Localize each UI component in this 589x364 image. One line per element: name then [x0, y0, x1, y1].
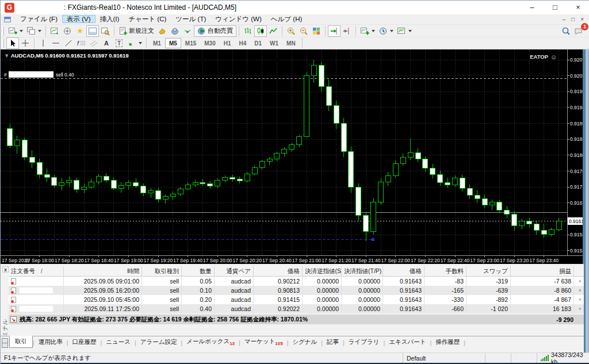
- chart-area[interactable]: 0.920750.920300.919850.919400.918950.918…: [1, 49, 584, 264]
- new-chart-button[interactable]: [6, 25, 25, 37]
- periods-button[interactable]: [377, 25, 395, 37]
- tab-4[interactable]: ニュース: [102, 337, 135, 348]
- minimize-button[interactable]: –: [521, 1, 544, 14]
- trendline-tool-button[interactable]: [62, 37, 75, 49]
- tab-5[interactable]: アラーム設定: [136, 337, 181, 348]
- menu-item-6[interactable]: ヘルプ (H): [266, 15, 307, 23]
- cursor-tool-button[interactable]: [6, 37, 19, 49]
- timeframe-M15[interactable]: M15: [181, 38, 200, 48]
- table-row[interactable]: 2025.09.05 09:01:00sell0.05audcad0.90212…: [9, 277, 584, 286]
- column-header-label: 決済指値(T/P): [344, 267, 381, 275]
- autoscroll-button[interactable]: [328, 25, 341, 37]
- zoom-in-button[interactable]: [285, 25, 297, 37]
- timeframe-M30[interactable]: M30: [200, 38, 219, 48]
- close-button[interactable]: ×: [567, 1, 589, 14]
- search-button[interactable]: [560, 25, 572, 37]
- menu-item-2[interactable]: 挿入(I): [95, 15, 124, 23]
- tab-7[interactable]: マーケット105: [240, 336, 287, 348]
- terminal-toggle-button[interactable]: [86, 25, 99, 37]
- tab-12[interactable]: 操作履歴: [431, 337, 464, 348]
- table-row[interactable]: 2025.09.11 17:25:00sell0.40audcad0.92022…: [9, 304, 584, 313]
- arrows-tool-button[interactable]: [125, 37, 144, 49]
- profiles-button[interactable]: [25, 25, 43, 37]
- timeframe-H1[interactable]: H1: [220, 38, 235, 48]
- maximize-button[interactable]: □: [544, 1, 567, 14]
- menu-item-0[interactable]: ファイル (F): [16, 15, 62, 23]
- timeframe-M5[interactable]: M5: [165, 38, 181, 48]
- cell-type: sell: [142, 277, 182, 286]
- tab-10[interactable]: ライブラリ: [345, 337, 384, 348]
- tab-2[interactable]: 運用比率: [35, 337, 67, 348]
- timeframe-M1[interactable]: M1: [149, 38, 165, 48]
- close-order-button[interactable]: ×: [579, 278, 582, 284]
- horizontal-line-tool-button[interactable]: [49, 37, 62, 49]
- timeframe-H4[interactable]: H4: [235, 38, 251, 48]
- chart-shift-button[interactable]: [341, 25, 353, 37]
- column-header[interactable]: 時間: [64, 266, 142, 276]
- column-header[interactable]: 数量: [182, 266, 215, 276]
- menu-item-3[interactable]: チャート (C): [124, 15, 171, 23]
- vertical-line-tool-button[interactable]: [37, 37, 49, 49]
- terminal-close-button[interactable]: x: [2, 266, 9, 273]
- line-chart-button[interactable]: [267, 25, 280, 37]
- mql5-community-button[interactable]: [169, 25, 181, 37]
- timeframe-D1[interactable]: D1: [250, 38, 266, 48]
- column-header[interactable]: 注文番号/: [9, 266, 64, 276]
- column-header[interactable]: 取引種別: [142, 266, 182, 276]
- child-restore-button[interactable]: □: [571, 16, 575, 22]
- market-watch-button[interactable]: [48, 25, 61, 37]
- close-order-button[interactable]: ×: [579, 297, 582, 302]
- favorites-button[interactable]: ★: [74, 25, 86, 37]
- tab-3[interactable]: 口座履歴: [68, 337, 100, 348]
- tile-windows-button[interactable]: [310, 25, 323, 37]
- new-order-button[interactable]: 新規注文: [117, 25, 156, 37]
- menu-item-5[interactable]: ウィンドウ (W): [211, 15, 266, 23]
- bar-chart-button[interactable]: [242, 25, 254, 37]
- menu-item-1[interactable]: 表示 (V): [62, 15, 95, 23]
- signals-button[interactable]: [181, 25, 194, 37]
- column-header[interactable]: 通貨ペア: [215, 266, 254, 276]
- strategy-tester-button[interactable]: [99, 25, 112, 37]
- text-tool-button[interactable]: A: [100, 37, 113, 49]
- indicators-button[interactable]: [358, 25, 377, 37]
- column-header[interactable]: 価格: [254, 266, 303, 276]
- table-row[interactable]: 2025.09.10 05:45:00sell0.20audcad0.91415…: [9, 295, 584, 304]
- column-header[interactable]: 決済指値(T/P): [342, 266, 383, 276]
- channel-tool-button[interactable]: [87, 37, 100, 49]
- tab-8[interactable]: シグナル: [288, 337, 321, 348]
- autotrading-button[interactable]: 自動売買: [194, 25, 236, 37]
- menu-item-4[interactable]: ツール (T): [171, 15, 211, 23]
- text-label-tool-button[interactable]: T: [113, 37, 125, 49]
- column-header[interactable]: 価格: [383, 266, 424, 276]
- tab-1[interactable]: 取引: [9, 336, 33, 348]
- toolbar-grip[interactable]: [2, 39, 5, 48]
- navigator-button[interactable]: [61, 25, 74, 37]
- close-order-button[interactable]: ×: [579, 306, 582, 312]
- status-profile[interactable]: Default: [403, 353, 485, 363]
- svg-text:▼ AUDCAD,M5 0.91600 0.91621 0: ▼ AUDCAD,M5 0.91600 0.91621 0.91597 0.91…: [4, 52, 129, 59]
- child-minimize-button[interactable]: –: [563, 16, 566, 22]
- close-order-button[interactable]: ×: [579, 288, 582, 293]
- notifications-button[interactable]: 1: [572, 25, 585, 37]
- candlestick-chart-button[interactable]: [254, 25, 267, 37]
- tab-11[interactable]: エキスパート: [385, 337, 430, 348]
- tab-9[interactable]: 記事: [323, 337, 343, 348]
- crosshair-tool-button[interactable]: [19, 37, 32, 49]
- zoom-out-button[interactable]: [297, 25, 310, 37]
- column-header[interactable]: 手数料: [424, 266, 466, 276]
- column-header[interactable]: スワップ: [466, 266, 511, 276]
- tab-6[interactable]: メールボックス13: [182, 336, 239, 348]
- child-close-button[interactable]: ×: [580, 16, 584, 22]
- templates-button[interactable]: [395, 25, 414, 37]
- svg-text:17 Sep 19:40: 17 Sep 19:40: [173, 258, 202, 263]
- table-row[interactable]: 2025.09.05 16:20:00sell0.10audcad0.90813…: [9, 286, 584, 295]
- column-header[interactable]: 決済逆指値(S/...: [303, 266, 342, 276]
- menu-bar: ファイル (F)表示 (V)挿入(I)チャート (C)ツール (T)ウィンドウ …: [1, 14, 589, 24]
- timeframe-MN[interactable]: MN: [282, 38, 300, 48]
- metaeditor-button[interactable]: [156, 25, 169, 37]
- fibonacci-tool-button[interactable]: f: [75, 37, 87, 49]
- column-header[interactable]: 損益: [511, 266, 574, 276]
- timeframe-W1[interactable]: W1: [266, 38, 282, 48]
- toolbar-grip[interactable]: [2, 26, 5, 36]
- price-chart[interactable]: 0.920750.920300.919850.919400.918950.918…: [1, 49, 584, 264]
